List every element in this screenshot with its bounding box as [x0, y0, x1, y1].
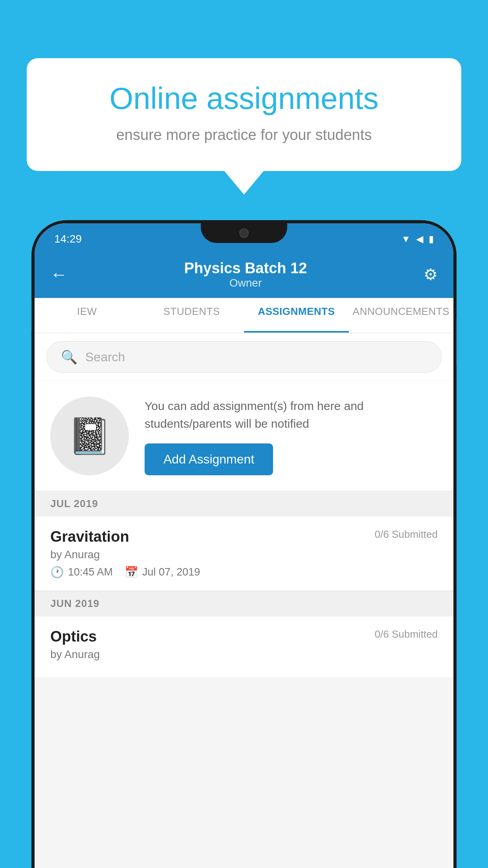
month-section-jun: JUN 2019: [35, 591, 453, 616]
phone-frame: 14:29 ▼ ◀ ▮ ← Physics Batch 12 Owner ⚙ I…: [31, 220, 457, 868]
info-card: 📓 You can add assignment(s) from here an…: [35, 381, 453, 491]
speech-bubble-arrow: [224, 171, 264, 195]
assignment-name: Gravitation: [50, 528, 129, 545]
optics-assignment-name: Optics: [50, 628, 97, 645]
info-card-text: You can add assignment(s) from here and …: [145, 397, 438, 432]
phone-camera: [239, 228, 249, 238]
screen-content: 🔍 Search 📓 You can add assignment(s) fro…: [35, 333, 453, 868]
assignment-meta: 🕐 10:45 AM 📅 Jul 07, 2019: [50, 566, 438, 579]
assignment-item-optics-header: Optics 0/6 Submitted: [50, 628, 438, 645]
assignment-book-icon: 📓: [68, 416, 112, 457]
assignment-item-optics[interactable]: Optics 0/6 Submitted by Anurag: [35, 616, 453, 678]
search-bar-container: 🔍 Search: [35, 333, 453, 381]
speech-bubble-container: Online assignments ensure more practice …: [27, 58, 461, 195]
assignment-submitted: 0/6 Submitted: [375, 528, 438, 541]
month-section-jul: JUL 2019: [35, 491, 453, 516]
phone-side-button-right: [456, 318, 457, 366]
app-bar: ← Physics Batch 12 Owner ⚙: [35, 251, 453, 298]
clock-icon: 🕐: [50, 566, 64, 579]
assignment-item-header: Gravitation 0/6 Submitted: [50, 528, 438, 545]
info-card-right: You can add assignment(s) from here and …: [145, 397, 438, 475]
assignment-date: 📅 Jul 07, 2019: [125, 566, 200, 579]
speech-bubble-subtitle: ensure more practice for your students: [58, 127, 430, 143]
tab-announcements[interactable]: ANNOUNCEMENTS: [349, 298, 454, 333]
status-icons: ▼ ◀ ▮: [401, 234, 434, 245]
tab-students[interactable]: STUDENTS: [139, 298, 244, 333]
speech-bubble-title: Online assignments: [58, 82, 430, 116]
assignment-author: by Anurag: [50, 548, 438, 561]
phone-notch: [201, 223, 287, 243]
assignment-item-gravitation[interactable]: Gravitation 0/6 Submitted by Anurag 🕐 10…: [35, 516, 453, 591]
signal-icon: ◀: [416, 234, 423, 245]
search-bar[interactable]: 🔍 Search: [46, 341, 442, 373]
status-time: 14:29: [54, 233, 82, 245]
speech-bubble: Online assignments ensure more practice …: [27, 58, 461, 171]
tab-assignments[interactable]: ASSIGNMENTS: [244, 298, 349, 333]
search-icon: 🔍: [61, 349, 77, 365]
calendar-icon: 📅: [125, 566, 138, 579]
assignment-time-value: 10:45 AM: [68, 566, 113, 578]
back-button[interactable]: ←: [50, 265, 68, 284]
app-bar-title: Physics Batch 12: [184, 260, 307, 277]
app-bar-subtitle: Owner: [184, 277, 307, 289]
optics-assignment-submitted: 0/6 Submitted: [375, 628, 438, 640]
app-bar-title-container: Physics Batch 12 Owner: [184, 260, 307, 289]
assignment-icon-circle: 📓: [50, 397, 129, 475]
add-assignment-button[interactable]: Add Assignment: [145, 443, 273, 475]
tabs-container: IEW STUDENTS ASSIGNMENTS ANNOUNCEMENTS: [35, 298, 453, 333]
phone-side-button-left: [31, 299, 32, 330]
wifi-icon: ▼: [401, 234, 411, 245]
assignment-time: 🕐 10:45 AM: [50, 566, 113, 579]
optics-assignment-author: by Anurag: [50, 648, 438, 661]
assignment-date-value: Jul 07, 2019: [142, 566, 200, 578]
settings-icon[interactable]: ⚙: [424, 265, 438, 283]
phone-inner: 14:29 ▼ ◀ ▮ ← Physics Batch 12 Owner ⚙ I…: [35, 223, 453, 868]
search-placeholder-text: Search: [85, 350, 125, 364]
battery-icon: ▮: [429, 234, 434, 245]
tab-iew[interactable]: IEW: [35, 298, 139, 333]
